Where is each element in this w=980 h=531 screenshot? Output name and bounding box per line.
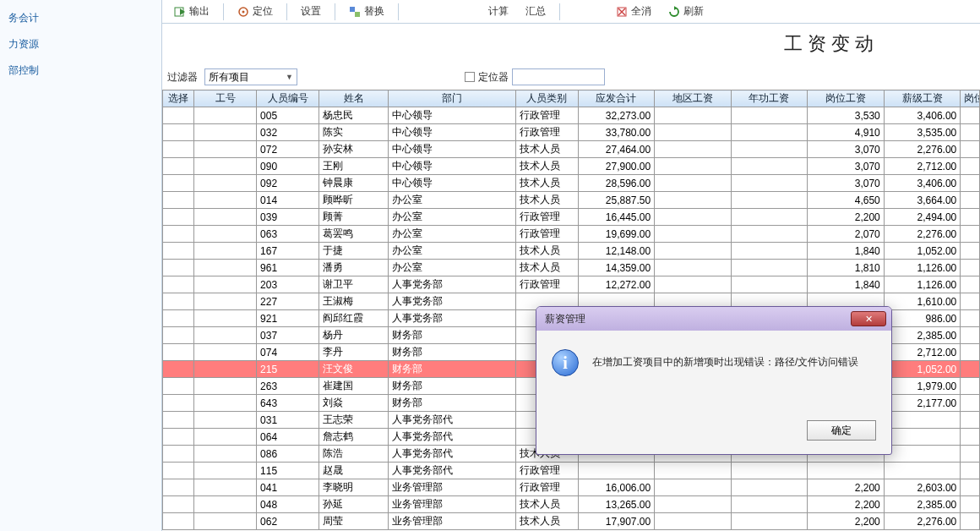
cell[interactable] <box>884 429 961 446</box>
cell[interactable]: 227 <box>257 293 319 310</box>
cell[interactable] <box>163 243 194 260</box>
cell[interactable] <box>194 293 257 310</box>
cell[interactable] <box>731 496 808 513</box>
cell[interactable] <box>961 412 980 429</box>
cell[interactable]: 203 <box>257 276 319 293</box>
cell[interactable]: 技术人员 <box>515 260 578 276</box>
cell[interactable] <box>961 513 980 530</box>
table-row[interactable]: 032陈实中心领导行政管理33,780.004,9103,535.00 <box>163 124 980 141</box>
cell[interactable] <box>655 158 732 175</box>
cell[interactable] <box>961 107 980 124</box>
table-row[interactable]: 005杨忠民中心领导行政管理32,273.003,5303,406.00 <box>163 107 980 124</box>
cell[interactable]: 048 <box>257 496 319 513</box>
cell[interactable]: 王刚 <box>319 158 389 175</box>
cell[interactable] <box>194 496 257 513</box>
cell[interactable]: 1,126.00 <box>884 276 961 293</box>
cell[interactable]: 行政管理 <box>515 276 578 293</box>
cell[interactable] <box>163 293 194 310</box>
cell[interactable]: 215 <box>257 361 319 378</box>
table-row[interactable]: 203谢卫平人事党务部行政管理12,272.001,8401,126.00 <box>163 276 980 293</box>
cell[interactable] <box>961 361 980 378</box>
cell[interactable] <box>194 378 257 395</box>
cell[interactable]: 2,200 <box>808 209 885 226</box>
cell[interactable]: 2,385.00 <box>884 496 961 513</box>
cell[interactable]: 钟晨康 <box>319 175 389 192</box>
cell[interactable]: 1,610.00 <box>884 293 961 310</box>
cell[interactable]: 人事党务部 <box>389 276 515 293</box>
cell[interactable]: 2,177.00 <box>884 395 961 412</box>
cell[interactable]: 周莹 <box>319 513 389 530</box>
dialog-ok-button[interactable]: 确定 <box>807 420 876 441</box>
cell[interactable]: 3,070 <box>808 175 885 192</box>
cell[interactable]: 2,200 <box>808 496 885 513</box>
cell[interactable] <box>961 463 980 479</box>
cell[interactable] <box>655 107 732 124</box>
cell[interactable] <box>194 327 257 344</box>
cell[interactable]: 财务部 <box>389 395 515 412</box>
col-postwage[interactable]: 岗位 <box>961 90 980 107</box>
cell[interactable]: 2,712.00 <box>884 344 961 361</box>
cell[interactable] <box>163 310 194 327</box>
cell[interactable]: 1,840 <box>808 243 885 260</box>
col-worknum[interactable]: 工号 <box>194 90 257 107</box>
cell[interactable]: 中心领导 <box>389 107 515 124</box>
cell[interactable] <box>163 158 194 175</box>
cell[interactable]: 3,070 <box>808 158 885 175</box>
cell[interactable] <box>194 344 257 361</box>
cell[interactable]: 16,445.00 <box>578 209 655 226</box>
cell[interactable] <box>731 243 808 260</box>
cell[interactable] <box>961 260 980 276</box>
cell[interactable]: 2,276.00 <box>884 141 961 158</box>
cell[interactable] <box>731 276 808 293</box>
cell[interactable]: 3,406.00 <box>884 107 961 124</box>
cell[interactable]: 086 <box>257 446 319 463</box>
cell[interactable] <box>655 276 732 293</box>
cell[interactable] <box>194 226 257 243</box>
cell[interactable]: 技术人员 <box>515 496 578 513</box>
cell[interactable]: 人事党务部代 <box>389 446 515 463</box>
cell[interactable] <box>655 124 732 141</box>
cell[interactable] <box>163 209 194 226</box>
col-seniority[interactable]: 年功工资 <box>731 90 808 107</box>
dialog-titlebar[interactable]: 薪资管理 ✕ <box>536 307 891 331</box>
col-post[interactable]: 岗位工资 <box>808 90 885 107</box>
cell[interactable] <box>731 226 808 243</box>
cell[interactable]: 汪文俊 <box>319 361 389 378</box>
cell[interactable] <box>163 496 194 513</box>
cell[interactable]: 行政管理 <box>515 107 578 124</box>
cell[interactable]: 葛罢鸣 <box>319 226 389 243</box>
table-row[interactable]: 092钟晨康中心领导技术人员28,596.003,0703,406.00 <box>163 175 980 192</box>
col-area[interactable]: 地区工资 <box>655 90 732 107</box>
cell[interactable]: 037 <box>257 327 319 344</box>
cell[interactable]: 986.00 <box>884 310 961 327</box>
cell[interactable]: 063 <box>257 226 319 243</box>
cell[interactable] <box>731 209 808 226</box>
cell[interactable]: 3,070 <box>808 141 885 158</box>
cell[interactable]: 041 <box>257 479 319 496</box>
table-row[interactable]: 961潘勇办公室技术人员14,359.001,8101,126.00 <box>163 260 980 276</box>
cell[interactable]: 李丹 <box>319 344 389 361</box>
cell[interactable]: 行政管理 <box>515 479 578 496</box>
cell[interactable]: 财务部 <box>389 344 515 361</box>
cell[interactable]: 064 <box>257 429 319 446</box>
cell[interactable] <box>961 479 980 496</box>
cell[interactable] <box>163 327 194 344</box>
cell[interactable]: 杨丹 <box>319 327 389 344</box>
cell[interactable] <box>163 124 194 141</box>
cell[interactable] <box>731 192 808 209</box>
cell[interactable] <box>655 513 732 530</box>
cell[interactable] <box>655 479 732 496</box>
cell[interactable] <box>194 175 257 192</box>
cell[interactable] <box>194 260 257 276</box>
cell[interactable]: 人事党务部 <box>389 293 515 310</box>
dialog-close-button[interactable]: ✕ <box>851 311 886 326</box>
cell[interactable]: 人事党务部代 <box>389 429 515 446</box>
cell[interactable]: 074 <box>257 344 319 361</box>
cell[interactable]: 115 <box>257 463 319 479</box>
cell[interactable]: 陈浩 <box>319 446 389 463</box>
cell[interactable]: 17,907.00 <box>578 513 655 530</box>
cell[interactable] <box>163 429 194 446</box>
cell[interactable]: 办公室 <box>389 260 515 276</box>
cell[interactable]: 技术人员 <box>515 513 578 530</box>
cell[interactable]: 人事党务部代 <box>389 412 515 429</box>
